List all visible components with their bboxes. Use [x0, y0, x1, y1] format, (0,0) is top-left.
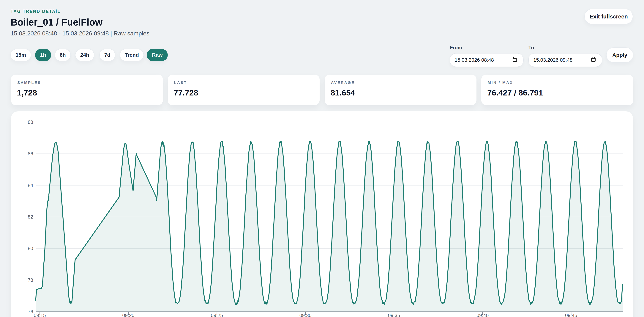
svg-text:09:15: 09:15	[34, 312, 46, 317]
svg-text:86: 86	[28, 151, 33, 156]
svg-text:78: 78	[28, 277, 33, 283]
svg-text:82: 82	[28, 214, 33, 220]
svg-text:09:30: 09:30	[300, 312, 312, 317]
svg-text:09:40: 09:40	[476, 312, 488, 317]
svg-text:84: 84	[28, 183, 33, 188]
svg-text:09:35: 09:35	[388, 312, 400, 317]
svg-text:09:20: 09:20	[122, 312, 134, 317]
svg-text:76: 76	[28, 309, 33, 314]
svg-text:09:25: 09:25	[211, 312, 223, 317]
svg-text:09:45: 09:45	[565, 312, 577, 317]
svg-text:88: 88	[28, 119, 33, 125]
svg-text:80: 80	[28, 246, 33, 251]
